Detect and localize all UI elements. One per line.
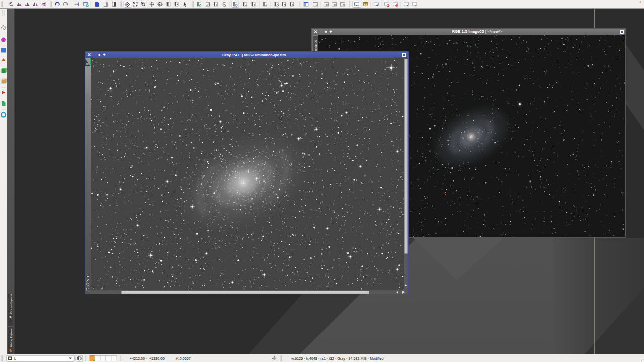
svg-text:Process Explorer: Process Explorer — [10, 294, 13, 314]
svg-text:L: L — [14, 356, 16, 361]
svg-text:History Explorer: History Explorer — [10, 328, 13, 347]
svg-text:Image05: Image05 — [314, 40, 317, 52]
svg-text:+4212.00 · +1380.00: +4212.00 · +1380.00 — [130, 357, 165, 360]
svg-text:K:0.0667: K:0.0667 — [176, 357, 191, 360]
svg-text:w:6125 · h:4048 · n:1 · f32 ·: w:6125 · h:4048 · n:1 · f32 · Gray · 94.… — [291, 357, 384, 361]
